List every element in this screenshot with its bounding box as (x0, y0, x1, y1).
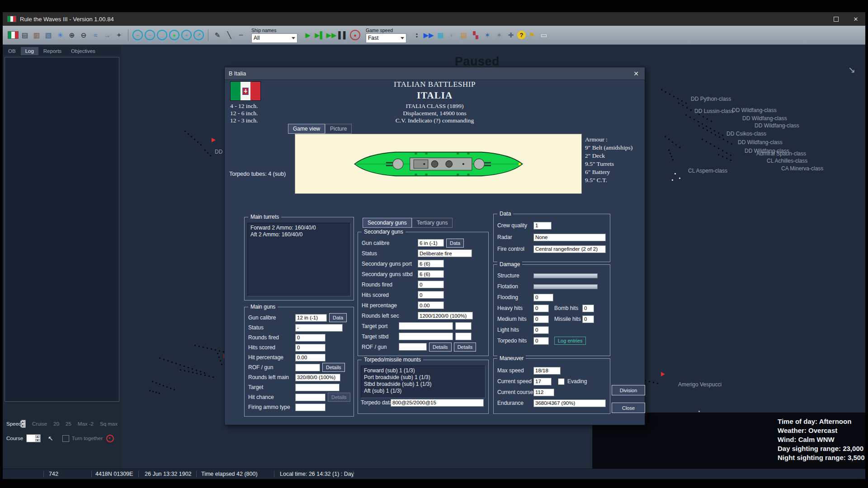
medium-hits-field[interactable] (533, 315, 549, 323)
ship-marker[interactable] (722, 156, 723, 157)
ship-marker[interactable] (718, 148, 719, 149)
ship-marker[interactable] (698, 411, 700, 412)
main-hit-chance-field[interactable] (295, 394, 326, 401)
ship-marker[interactable] (707, 118, 708, 120)
layers-icon[interactable]: ▤ (458, 30, 469, 41)
ship-marker[interactable] (175, 363, 177, 364)
ship-marker[interactable] (689, 117, 691, 118)
tab-game-view[interactable]: Game view (288, 124, 325, 134)
data-button[interactable]: Data (446, 239, 464, 248)
main-status-field[interactable] (295, 324, 343, 332)
line-tool-icon[interactable]: ╲ (224, 30, 235, 41)
ship-marker[interactable] (152, 391, 154, 392)
ship-marker[interactable] (156, 392, 157, 393)
ship-marker[interactable] (681, 100, 683, 102)
ship-marker[interactable] (159, 357, 160, 359)
ship-marker[interactable] (204, 375, 206, 376)
ship-marker[interactable] (156, 382, 157, 384)
secondary-gun-calibre-field[interactable] (418, 239, 444, 247)
signal-flag-icon[interactable]: ⚑ (527, 30, 538, 41)
ship-names-select[interactable]: All (251, 33, 297, 43)
spinner-up-icon[interactable] (35, 435, 40, 438)
spinner-down-icon[interactable] (20, 424, 25, 427)
settings-gear-icon[interactable]: ✳ (55, 30, 66, 41)
ship-marker[interactable] (661, 89, 662, 90)
dialog-titlebar[interactable]: B Italia ✕ (225, 67, 645, 80)
crew-quality-field[interactable] (533, 222, 552, 230)
ship-marker[interactable] (727, 141, 728, 142)
ship-marker[interactable] (703, 116, 704, 117)
turn-together-checkbox[interactable] (62, 435, 69, 442)
signal-chart-icon[interactable]: ▚ (470, 30, 481, 41)
details-button[interactable]: Details (429, 343, 452, 352)
ship-marker[interactable] (698, 125, 700, 127)
ship-marker[interactable] (208, 375, 210, 377)
ship-marker[interactable] (722, 135, 723, 136)
ship-marker[interactable] (679, 178, 680, 179)
ship-marker[interactable] (675, 173, 676, 174)
ship-marker[interactable] (726, 152, 727, 154)
torpedo-range-icon[interactable] (157, 30, 167, 40)
range-rings-icon[interactable]: − (132, 30, 143, 40)
ship-marker[interactable] (672, 141, 673, 143)
ship-marker[interactable] (180, 369, 181, 371)
ship-marker[interactable] (715, 134, 716, 136)
italy-flag-icon[interactable] (8, 31, 19, 39)
ship-marker[interactable] (192, 372, 193, 373)
ship-marker[interactable] (196, 373, 198, 374)
ship-marker[interactable] (714, 145, 715, 147)
key-icon[interactable]: ✦ (113, 30, 124, 41)
ship-marker[interactable] (217, 353, 218, 354)
current-course-field[interactable] (533, 389, 554, 396)
ship-marker[interactable] (718, 132, 719, 134)
record-icon[interactable]: ● (350, 30, 360, 40)
ship-marker[interactable] (198, 346, 200, 347)
ship-marker[interactable] (690, 109, 692, 111)
details-button[interactable]: Details (454, 343, 476, 352)
ship-marker[interactable] (657, 383, 658, 384)
globe-icon[interactable]: ◐ (447, 30, 458, 41)
game-speed-select[interactable]: Fast (366, 33, 406, 43)
ship-marker[interactable] (200, 371, 201, 372)
ship-marker[interactable] (675, 144, 677, 145)
ship-marker[interactable] (221, 364, 222, 365)
main-rof-gun-field[interactable] (295, 364, 320, 371)
ship-marker[interactable] (710, 128, 711, 129)
secondary-target-stbd-field[interactable] (399, 333, 453, 340)
flooding-field[interactable] (533, 294, 553, 301)
secondary-hits-scored-field[interactable] (418, 291, 444, 299)
center-on-ship-icon[interactable]: ● (169, 30, 179, 40)
almanac-icon[interactable]: ▧ (43, 30, 54, 41)
ship-marker[interactable] (207, 347, 208, 349)
main-target-field[interactable] (295, 384, 340, 391)
ship-marker[interactable] (702, 139, 703, 140)
ship-marker[interactable] (668, 150, 670, 151)
ship-marker[interactable] (711, 121, 712, 122)
screenshot-icon[interactable]: ▦ (435, 30, 446, 41)
course-arrow-icon[interactable]: ↖ (48, 435, 53, 442)
ship-marker[interactable] (184, 131, 186, 132)
endurance-field[interactable] (533, 399, 606, 407)
ship-marker[interactable] (722, 150, 723, 151)
main-rounds-fired-field[interactable] (295, 334, 326, 342)
log-list[interactable] (5, 57, 119, 402)
ship-marker[interactable] (731, 143, 732, 145)
ship-marker[interactable] (204, 372, 205, 374)
ship-marker[interactable] (703, 127, 704, 129)
ship-marker[interactable] (218, 357, 220, 358)
ship-marker[interactable] (706, 141, 707, 142)
flagship-marker[interactable] (661, 372, 665, 376)
ship-marker[interactable] (702, 123, 703, 125)
ship-marker[interactable] (698, 114, 700, 115)
ship-marker[interactable] (194, 345, 196, 346)
main-hit-percentage-field[interactable] (295, 354, 326, 361)
tab-log[interactable]: Log (21, 47, 38, 55)
ship-marker[interactable] (686, 107, 688, 108)
time-step-icon[interactable]: ▲ ▼ (411, 30, 422, 41)
ship-marker[interactable] (706, 126, 707, 127)
ship-marker[interactable] (679, 147, 680, 148)
ship-marker[interactable] (188, 371, 189, 372)
log-entries-button[interactable]: Log entries (554, 337, 586, 345)
turbo-icon[interactable]: ▶▶ (423, 30, 434, 41)
play-icon[interactable]: ▶ (302, 30, 313, 41)
